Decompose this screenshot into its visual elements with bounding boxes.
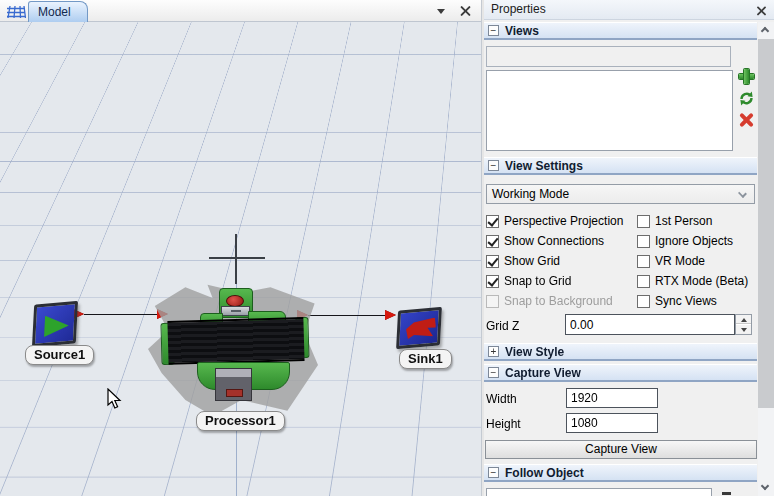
model-pane: Model xyxy=(0,0,481,496)
origin-crosshair-icon xyxy=(235,234,237,284)
checkbox-label[interactable]: Show Grid xyxy=(504,254,560,268)
vr-mode-checkbox[interactable] xyxy=(637,255,650,268)
sink-symbol-icon xyxy=(405,317,436,340)
add-view-icon[interactable] xyxy=(738,68,755,85)
capture-view-button[interactable]: Capture View xyxy=(485,440,757,459)
mouse-cursor-icon xyxy=(107,388,123,410)
checkbox-row-perspective-projection: Perspective Projection xyxy=(486,213,623,229)
follow-object-button-partial xyxy=(722,492,731,495)
snap-to-grid-checkbox[interactable] xyxy=(486,275,499,288)
source-play-icon xyxy=(42,312,70,340)
tab-close-icon[interactable] xyxy=(460,5,471,16)
object-label-source: Source1 xyxy=(25,345,94,365)
follow-object-field-partial[interactable] xyxy=(486,488,712,496)
checkbox-label[interactable]: 1st Person xyxy=(655,214,712,228)
properties-title-text: Properties xyxy=(491,2,546,16)
properties-panel-title: Properties xyxy=(484,0,774,20)
capture-width-input[interactable] xyxy=(566,388,658,408)
checkbox-label[interactable]: Show Connections xyxy=(504,234,604,248)
checkbox-row-sync-views: Sync Views xyxy=(637,293,717,309)
tab-model-label: Model xyxy=(38,5,71,19)
section-header-follow-object[interactable]: − Follow Object xyxy=(484,464,757,482)
checkbox-row-vr-mode: VR Mode xyxy=(637,253,705,269)
capture-height-input[interactable] xyxy=(566,413,658,433)
checkbox-row-snap-to-background: Snap to Background xyxy=(486,293,613,309)
checkbox-row-show-connections: Show Connections xyxy=(486,233,604,249)
origin-crosshair-icon xyxy=(209,257,265,259)
flow-arrow-icon xyxy=(385,310,396,320)
checkbox-row-snap-to-grid: Snap to Grid xyxy=(486,273,571,289)
stepper-down-icon[interactable] xyxy=(736,324,751,333)
tab-list-dropdown-icon[interactable] xyxy=(437,9,445,14)
perspective-projection-checkbox[interactable] xyxy=(486,215,499,228)
section-title: Follow Object xyxy=(505,466,584,480)
show-grid-checkbox[interactable] xyxy=(486,255,499,268)
checkbox-label[interactable]: VR Mode xyxy=(655,254,705,268)
snap-to-background-checkbox xyxy=(486,295,499,308)
viewport-tab-bar: Model xyxy=(0,0,481,22)
3d-viewport[interactable]: Source1 Processor1 Sink1 xyxy=(0,22,481,496)
collapse-icon[interactable]: − xyxy=(488,367,499,378)
connection-line-source-processor xyxy=(84,314,162,315)
properties-panel: Properties − Views − View Settings Worki… xyxy=(484,0,774,496)
collapse-icon[interactable]: − xyxy=(488,160,499,171)
properties-scrollbar[interactable] xyxy=(758,22,774,496)
conveyor-belt xyxy=(167,317,304,365)
ignore-objects-checkbox[interactable] xyxy=(637,235,650,248)
render-mode-dropdown[interactable]: Working Mode xyxy=(486,184,755,204)
rtx-mode-checkbox[interactable] xyxy=(637,275,650,288)
object-sink[interactable] xyxy=(396,307,442,349)
object-label-sink: Sink1 xyxy=(399,349,452,369)
scroll-up-icon[interactable] xyxy=(758,22,774,39)
object-processor[interactable] xyxy=(160,284,310,406)
processor-panel xyxy=(221,306,250,316)
stepper-up-icon[interactable] xyxy=(736,315,751,324)
checkbox-row-rtx-mode: RTX Mode (Beta) xyxy=(637,273,748,289)
section-header-capture-view[interactable]: − Capture View xyxy=(484,364,757,382)
properties-close-icon[interactable] xyxy=(757,6,767,16)
section-title: Views xyxy=(505,24,539,38)
processor-control-box xyxy=(215,368,252,401)
collapse-icon[interactable]: − xyxy=(488,25,499,36)
render-mode-value: Working Mode xyxy=(492,187,569,201)
checkbox-label[interactable]: Snap to Grid xyxy=(504,274,571,288)
application-window: Model xyxy=(0,0,774,496)
object-source[interactable] xyxy=(32,301,78,347)
checkbox-row-1st-person: 1st Person xyxy=(637,213,712,229)
sync-views-checkbox[interactable] xyxy=(637,295,650,308)
connection-line-processor-sink xyxy=(308,315,388,316)
checkbox-label[interactable]: Ignore Objects xyxy=(655,234,733,248)
scroll-down-icon[interactable] xyxy=(758,479,774,496)
checkbox-label[interactable]: Perspective Projection xyxy=(504,214,623,228)
chevron-down-icon xyxy=(738,189,747,198)
checkbox-label: Snap to Background xyxy=(504,294,613,308)
refresh-views-icon[interactable] xyxy=(738,90,755,107)
tab-model[interactable]: Model xyxy=(28,1,88,22)
scrollbar-thumb[interactable] xyxy=(758,39,774,408)
capture-height-label: Height xyxy=(486,417,521,431)
checkbox-label[interactable]: RTX Mode (Beta) xyxy=(655,274,748,288)
checkbox-row-ignore-objects: Ignore Objects xyxy=(637,233,733,249)
object-label-processor: Processor1 xyxy=(196,411,285,431)
capture-width-label: Width xyxy=(486,392,517,406)
section-header-view-style[interactable]: + View Style xyxy=(484,343,757,361)
show-connections-checkbox[interactable] xyxy=(486,235,499,248)
section-title: Capture View xyxy=(505,366,581,380)
delete-view-icon[interactable] xyxy=(738,111,755,128)
first-person-checkbox[interactable] xyxy=(637,215,650,228)
checkbox-label[interactable]: Sync Views xyxy=(655,294,717,308)
grid-z-label: Grid Z xyxy=(486,319,519,333)
checkbox-row-show-grid: Show Grid xyxy=(486,253,560,269)
grid-z-input[interactable] xyxy=(565,314,735,335)
section-header-views[interactable]: − Views xyxy=(484,22,757,40)
grid-icon xyxy=(6,4,26,19)
section-title: View Settings xyxy=(505,159,583,173)
section-header-view-settings[interactable]: − View Settings xyxy=(484,157,757,175)
expand-icon[interactable]: + xyxy=(488,346,499,357)
collapse-icon[interactable]: − xyxy=(488,467,499,478)
view-name-input[interactable] xyxy=(486,46,731,67)
section-title: View Style xyxy=(505,345,564,359)
grid-z-stepper xyxy=(735,314,752,335)
processor-conveyor xyxy=(159,316,310,368)
views-listbox[interactable] xyxy=(486,70,733,151)
